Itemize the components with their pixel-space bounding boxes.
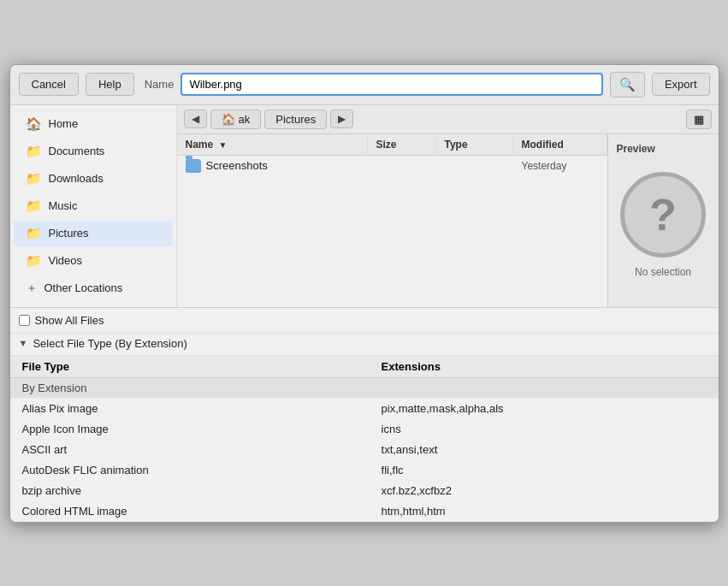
list-item[interactable]: Alias Pix imagepix,matte,mask,alpha,als	[10, 398, 719, 418]
list-item[interactable]: Colored HTML imagehtm,html,htm	[10, 500, 719, 521]
table-row[interactable]: Screenshots Yesterday	[177, 156, 607, 177]
filetype-col-header: File Type	[10, 356, 370, 378]
preview-panel: Preview ? No selection	[607, 134, 719, 307]
extensions-col-header: Extensions	[370, 356, 719, 378]
folder-small-icon	[186, 159, 201, 173]
sidebar-item-videos[interactable]: 📁 Videos	[14, 248, 173, 274]
no-selection-text: No selection	[635, 266, 691, 278]
breadcrumb-current-label: Pictures	[275, 113, 316, 126]
search-button[interactable]: 🔍	[610, 72, 645, 98]
column-modified[interactable]: Modified	[513, 134, 607, 155]
sidebar-item-label: Home	[49, 117, 79, 130]
sidebar-item-label: Videos	[49, 254, 83, 267]
filetype-extensions: pix,matte,mask,alpha,als	[370, 398, 719, 418]
export-button[interactable]: Export	[652, 73, 710, 96]
filetype-extensions: xcf.bz2,xcfbz2	[370, 480, 719, 500]
sort-arrow-icon: ▼	[219, 140, 228, 150]
file-type-selector-label: Select File Type (By Extension)	[33, 337, 186, 350]
dialog-header: Cancel Help Name 🔍 Export	[10, 65, 719, 105]
filetype-name: Alias Pix image	[10, 398, 370, 418]
other-locations-label: Other Locations	[44, 281, 123, 294]
filetype-extensions: fli,flc	[370, 459, 719, 480]
filetype-table: File Type Extensions By ExtensionAlias P…	[10, 356, 719, 522]
forward-button[interactable]: ▶	[330, 110, 353, 128]
sidebar-item-label: Music	[49, 199, 78, 212]
column-type[interactable]: Type	[436, 134, 513, 155]
no-selection-icon: ?	[620, 172, 706, 257]
file-list: Name ▼ Size Type Modified	[177, 134, 607, 307]
show-all-row: Show All Files	[10, 308, 719, 334]
preview-icon-area: ? No selection	[620, 163, 706, 299]
sidebar-item-home[interactable]: 🏠 Home	[14, 111, 173, 137]
file-area: Name ▼ Size Type Modified	[177, 134, 719, 307]
show-all-label[interactable]: Show All Files	[35, 314, 104, 327]
show-all-checkbox[interactable]	[19, 315, 30, 326]
folder-icon: 📁	[26, 198, 42, 214]
filetype-name: ASCII art	[10, 439, 370, 459]
sidebar-item-label: Documents	[49, 145, 105, 157]
file-modified-cell: Yesterday	[513, 160, 607, 172]
cancel-button[interactable]: Cancel	[19, 73, 79, 96]
sidebar-item-label: Pictures	[49, 227, 89, 240]
dialog-body: 🏠 Home 📁 Documents 📁 Downloads 📁 Music 📁…	[10, 105, 719, 307]
folder-icon: 📁	[26, 144, 42, 159]
sidebar-item-other-locations[interactable]: ＋ Other Locations	[14, 275, 173, 301]
filetype-extensions: htm,html,htm	[370, 500, 719, 521]
folder-icon: 📁	[26, 226, 42, 241]
file-name: Screenshots	[206, 159, 268, 172]
file-name-cell: Screenshots	[177, 159, 368, 173]
question-mark-icon: ?	[649, 192, 677, 237]
filetype-extensions: txt,ansi,text	[370, 439, 719, 459]
help-button[interactable]: Help	[86, 73, 134, 96]
list-item[interactable]: ASCII arttxt,ansi,text	[10, 439, 719, 459]
filetype-name: AutoDesk FLIC animation	[10, 459, 370, 480]
list-item[interactable]: bzip archivexcf.bz2,xcfbz2	[10, 480, 719, 500]
bottom-panel: Show All Files ▼ Select File Type (By Ex…	[10, 307, 719, 522]
sidebar-item-downloads[interactable]: 📁 Downloads	[14, 166, 173, 192]
file-list-header: Name ▼ Size Type Modified	[177, 134, 607, 156]
filename-input[interactable]	[181, 73, 603, 96]
plus-icon: ＋	[26, 281, 38, 296]
filetype-table-container: File Type Extensions By ExtensionAlias P…	[10, 356, 719, 522]
back-button[interactable]: ◀	[184, 110, 207, 128]
preview-label: Preview	[617, 143, 655, 155]
filetype-name: Apple Icon Image	[10, 418, 370, 439]
home-icon: 🏠	[26, 116, 42, 132]
sidebar: 🏠 Home 📁 Documents 📁 Downloads 📁 Music 📁…	[10, 105, 177, 307]
grid-view-button[interactable]: ▦	[686, 110, 712, 129]
column-name[interactable]: Name ▼	[177, 134, 368, 155]
filetype-extensions: icns	[370, 418, 719, 439]
list-item[interactable]: AutoDesk FLIC animationfli,flc	[10, 459, 719, 480]
section-header-row: By Extension	[10, 377, 719, 398]
filetype-name: Colored HTML image	[10, 500, 370, 521]
sidebar-item-label: Downloads	[49, 172, 104, 185]
breadcrumb-current[interactable]: Pictures	[264, 110, 327, 129]
filetype-name: bzip archive	[10, 480, 370, 500]
home-breadcrumb-icon: 🏠	[222, 113, 235, 126]
collapse-arrow-icon: ▼	[19, 338, 28, 348]
breadcrumb-home[interactable]: 🏠 ak	[210, 110, 262, 129]
breadcrumb-home-label: ak	[239, 113, 251, 126]
folder-icon: 📁	[26, 253, 42, 269]
breadcrumb-bar: ◀ 🏠 ak Pictures ▶ ▦	[177, 105, 719, 134]
sidebar-item-documents[interactable]: 📁 Documents	[14, 139, 173, 164]
folder-icon: 📁	[26, 171, 42, 186]
sidebar-item-music[interactable]: 📁 Music	[14, 193, 173, 219]
sidebar-item-pictures[interactable]: 📁 Pictures	[14, 221, 173, 246]
main-content: ◀ 🏠 ak Pictures ▶ ▦ Name	[177, 105, 719, 307]
list-item[interactable]: Apple Icon Imageicns	[10, 418, 719, 439]
file-type-selector-row[interactable]: ▼ Select File Type (By Extension)	[10, 334, 719, 356]
column-size[interactable]: Size	[368, 134, 436, 155]
name-label: Name	[145, 78, 175, 91]
file-export-dialog: Cancel Help Name 🔍 Export 🏠 Home 📁 Docum…	[9, 64, 719, 523]
